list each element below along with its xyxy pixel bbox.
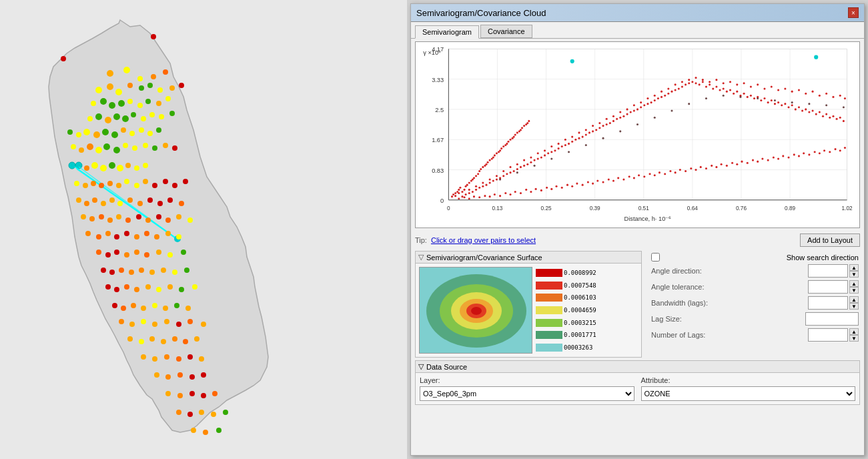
svg-point-481 <box>592 125 594 127</box>
add-to-layout-button[interactable]: Add to Layout <box>800 234 860 247</box>
svg-point-259 <box>502 145 504 147</box>
svg-point-385 <box>839 117 841 119</box>
attribute-column: Attribute: OZONE <box>641 376 856 401</box>
num-lags-up[interactable]: ▲ <box>849 328 859 335</box>
svg-point-550 <box>471 307 482 315</box>
attribute-select[interactable]: OZONE <box>641 386 856 401</box>
svg-point-306 <box>568 143 570 145</box>
datasource-title: Data Source <box>426 363 467 371</box>
svg-point-330 <box>650 101 653 103</box>
svg-point-457 <box>819 152 821 154</box>
svg-point-509 <box>784 87 786 89</box>
surface-toggle-icon[interactable]: ▽ <box>418 253 424 262</box>
svg-point-138 <box>114 287 119 292</box>
svg-point-328 <box>643 104 645 106</box>
bandwidth-input[interactable]: 3.0 <box>808 296 848 310</box>
svg-point-245 <box>478 170 480 172</box>
datasource-section: ▽ Data Source Layer: O3_Sep06_3pm Attrib… <box>415 360 860 405</box>
svg-point-518 <box>844 97 846 99</box>
svg-point-433 <box>695 169 697 171</box>
svg-point-289 <box>509 171 511 173</box>
svg-point-60 <box>84 165 89 171</box>
svg-point-181 <box>177 393 183 398</box>
svg-point-275 <box>461 195 463 197</box>
svg-point-331 <box>654 99 656 101</box>
svg-point-376 <box>808 111 810 113</box>
datasource-toggle-icon[interactable]: ▽ <box>418 362 424 371</box>
svg-point-39 <box>102 129 109 135</box>
chart-container[interactable]: 4.17 3.33 2.5 1.67 0.83 0 γ ×10³ 0 0.13 … <box>415 41 860 228</box>
svg-point-463 <box>468 189 470 191</box>
bandwidth-spinner: 3.0 ▲ ▼ <box>808 296 859 310</box>
surface-title: Semivariogram/Covariance Surface <box>426 254 542 262</box>
svg-point-321 <box>619 117 621 119</box>
show-search-direction-checkbox[interactable] <box>651 253 660 262</box>
tab-semivariogram[interactable]: Semivariogram <box>415 25 479 39</box>
svg-point-84 <box>183 179 188 184</box>
bandwidth-down[interactable]: ▼ <box>849 303 859 310</box>
angle-tolerance-up[interactable]: ▲ <box>849 280 859 287</box>
svg-point-190 <box>191 428 196 433</box>
angle-direction-input[interactable]: 0.0 <box>808 264 848 278</box>
svg-point-525 <box>602 137 604 139</box>
svg-point-500 <box>723 82 725 84</box>
angle-direction-down[interactable]: ▼ <box>849 271 859 278</box>
svg-point-152 <box>174 303 179 308</box>
svg-point-450 <box>782 155 784 157</box>
map-area[interactable] <box>0 0 407 459</box>
legend-value-3: 0.0006103 <box>564 294 596 301</box>
svg-point-413 <box>592 183 594 185</box>
svg-point-394 <box>494 193 496 195</box>
svg-point-291 <box>516 168 518 170</box>
svg-point-131 <box>129 270 134 275</box>
svg-point-300 <box>547 152 549 154</box>
svg-point-392 <box>484 195 486 197</box>
surface-and-settings: ▽ Semivariogram/Covariance Surface <box>411 250 864 359</box>
num-lags-input[interactable]: 10 <box>808 328 848 342</box>
svg-point-12 <box>147 83 153 88</box>
layer-label: Layer: <box>420 376 634 384</box>
svg-point-191 <box>203 430 208 435</box>
svg-point-87 <box>92 197 97 203</box>
svg-point-325 <box>633 109 635 111</box>
svg-point-302 <box>554 149 556 151</box>
svg-point-373 <box>798 106 800 108</box>
tip-text[interactable]: Click or drag over pairs to select <box>431 236 536 244</box>
svg-point-441 <box>736 163 738 165</box>
svg-point-115 <box>144 231 149 236</box>
layer-column: Layer: O3_Sep06_3pm <box>420 376 634 401</box>
svg-point-377 <box>812 109 814 111</box>
svg-point-269 <box>520 129 522 131</box>
tab-covariance[interactable]: Covariance <box>480 25 532 38</box>
svg-point-183 <box>201 393 206 398</box>
svg-point-162 <box>127 336 133 342</box>
svg-point-459 <box>829 151 831 153</box>
svg-point-524 <box>585 144 587 146</box>
angle-tolerance-down[interactable]: ▼ <box>849 287 859 294</box>
bandwidth-up[interactable]: ▲ <box>849 296 859 303</box>
svg-point-292 <box>520 166 522 168</box>
svg-point-67 <box>143 163 148 168</box>
svg-point-449 <box>777 157 779 159</box>
lag-size-row: Lag Size: 101720 <box>651 312 859 326</box>
svg-point-168 <box>194 336 199 342</box>
svg-point-62 <box>100 165 107 171</box>
close-button[interactable]: × <box>848 7 859 18</box>
svg-point-187 <box>199 410 204 415</box>
svg-point-311 <box>585 133 587 135</box>
num-lags-down[interactable]: ▼ <box>849 335 859 342</box>
dialog-title: Semivariogram/Covariance Cloud <box>416 8 546 18</box>
svg-point-65 <box>125 163 131 168</box>
lag-size-input[interactable]: 101720 <box>805 312 859 326</box>
svg-point-312 <box>588 131 590 133</box>
svg-point-504 <box>750 85 752 87</box>
angle-tolerance-input[interactable]: 45.0 <box>808 280 848 294</box>
angle-direction-up[interactable]: ▲ <box>849 264 859 271</box>
svg-point-83 <box>172 183 177 188</box>
svg-point-233 <box>454 195 456 197</box>
layer-select[interactable]: O3_Sep06_3pm <box>420 386 634 401</box>
svg-point-345 <box>702 81 704 83</box>
svg-point-126 <box>167 252 173 258</box>
svg-text:0.83: 0.83 <box>432 167 444 174</box>
svg-point-103 <box>136 214 141 219</box>
